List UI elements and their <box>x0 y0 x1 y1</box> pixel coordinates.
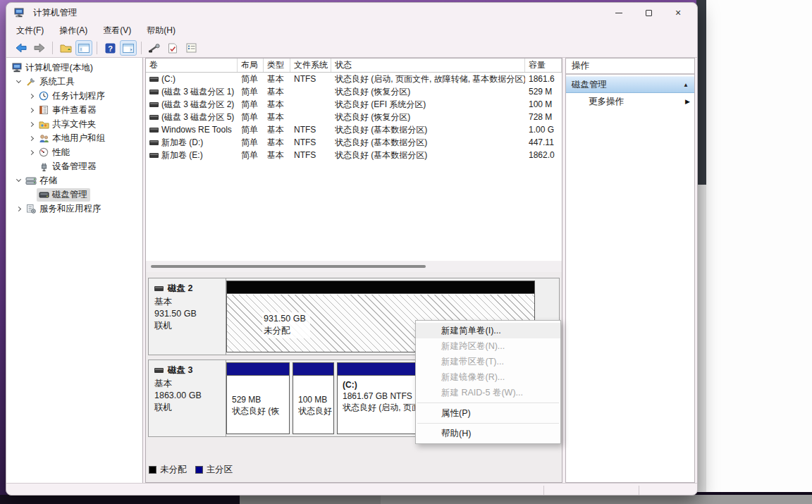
volume-layout: 简单 <box>238 149 264 161</box>
title-bar[interactable]: 计算机管理 × <box>6 3 697 23</box>
volume-fs: NTFS <box>290 74 331 84</box>
more-actions-item[interactable]: 更多操作 ▶ <box>566 93 694 110</box>
volume-name: (磁盘 3 磁盘分区 1) <box>161 86 234 98</box>
volume-list: 卷 布局 类型 文件系统 状态 容量 (C:) 简单 基本 NTFS 状态良好 … <box>146 59 562 261</box>
tree-item-device-manager[interactable]: 设备管理器 <box>6 159 142 173</box>
volume-row[interactable]: (磁盘 3 磁盘分区 5) 简单 基本 状态良好 (恢复分区) 728 M <box>146 111 562 123</box>
volume-row[interactable]: Windows RE Tools 简单 基本 NTFS 状态良好 (基本数据分区… <box>146 123 562 136</box>
volume-status: 状态良好 (EFI 系统分区) <box>331 99 525 111</box>
volume-name: (磁盘 3 磁盘分区 5) <box>161 111 234 123</box>
volume-name: 新加卷 (E:) <box>161 149 203 161</box>
tree-item-services-applications[interactable]: 服务和应用程序 <box>6 202 142 216</box>
menu-item-properties[interactable]: 属性(P) <box>416 405 560 421</box>
volume-name: (C:) <box>161 74 176 84</box>
tree-item-local-users-groups[interactable]: 本地用户和组 <box>6 131 142 145</box>
chevron-down-icon[interactable] <box>13 176 24 186</box>
menu-item-new-simple-volume[interactable]: 新建简单卷(I)... <box>416 323 560 338</box>
tree-item-storage[interactable]: 存储 <box>6 173 142 188</box>
legend-label: 主分区 <box>207 464 233 476</box>
menu-file[interactable]: 文件(F) <box>16 25 44 37</box>
menu-item-new-spanned-volume: 新建跨区卷(N)... <box>416 338 560 354</box>
scrollbar-thumb[interactable] <box>151 265 426 268</box>
column-header-filesystem[interactable]: 文件系统 <box>290 59 331 72</box>
console-tree: 计算机管理(本地) 系统工具 任务计划程序 事件查看器 <box>6 58 143 483</box>
chevron-down-icon[interactable] <box>13 77 24 87</box>
toolbar-separator <box>141 42 142 54</box>
volume-row[interactable]: (磁盘 3 磁盘分区 1) 简单 基本 状态良好 (恢复分区) 529 M <box>146 85 562 98</box>
partition-size: 100 MB <box>298 394 333 405</box>
volume-icon <box>149 128 159 133</box>
tree-root-computer-management[interactable]: 计算机管理(本地) <box>6 61 142 75</box>
disk-tools-button[interactable] <box>146 40 163 56</box>
disk-name: 磁盘 2 <box>168 283 192 295</box>
tree-item-performance[interactable]: 性能 <box>6 145 142 159</box>
properties-button[interactable] <box>183 40 199 56</box>
volume-row[interactable]: 新加卷 (E:) 简单 基本 NTFS 状态良好 (基本数据分区) 1862.0 <box>146 149 562 161</box>
disk3-header-card[interactable]: 磁盘 3 基本 1863.00 GB 联机 <box>149 360 226 436</box>
check-document-button[interactable] <box>164 40 181 56</box>
volume-fs: NTFS <box>290 125 331 135</box>
volume-icon <box>149 77 159 82</box>
volume-icon <box>149 140 159 145</box>
column-header-capacity[interactable]: 容量 <box>525 59 562 72</box>
forward-icon <box>33 43 46 53</box>
tree-label: 任务计划程序 <box>52 90 105 102</box>
volume-row[interactable]: (C:) 简单 基本 NTFS 状态良好 (启动, 页面文件, 故障转储, 基本… <box>146 73 562 85</box>
close-button[interactable]: × <box>663 3 693 23</box>
disk-icon <box>154 286 164 291</box>
minimize-button[interactable] <box>604 3 634 23</box>
column-header-layout[interactable]: 布局 <box>238 59 264 72</box>
close-icon: × <box>675 8 681 18</box>
menu-action[interactable]: 操作(A) <box>59 25 87 37</box>
horizontal-scrollbar[interactable] <box>146 261 562 272</box>
action-pane-icon <box>123 44 134 53</box>
tree-label: 服务和应用程序 <box>39 203 102 215</box>
tree-item-system-tools[interactable]: 系统工具 <box>6 75 142 89</box>
volume-row[interactable]: (磁盘 3 磁盘分区 2) 简单 基本 状态良好 (EFI 系统分区) 100 … <box>146 98 562 111</box>
volume-row[interactable]: 新加卷 (D:) 简单 基本 NTFS 状态良好 (基本数据分区) 447.11 <box>146 136 562 149</box>
volume-capacity: 1.00 G <box>525 125 562 135</box>
menu-item-help[interactable]: 帮助(H) <box>416 426 560 441</box>
efi-partition[interactable]: 100 MB 状态良好 <box>293 362 334 434</box>
column-header-volume[interactable]: 卷 <box>146 59 238 72</box>
forward-button[interactable] <box>31 40 48 56</box>
status-bar <box>6 483 697 496</box>
tree-item-shared-folders[interactable]: 共享文件夹 <box>6 117 142 131</box>
column-header-status[interactable]: 状态 <box>331 59 525 72</box>
legend-label: 未分配 <box>160 464 187 476</box>
performance-icon <box>38 147 49 158</box>
tree-item-event-viewer[interactable]: 事件查看器 <box>6 103 142 117</box>
computer-management-window: 计算机管理 × 文件(F) 操作(A) 查看(V) 帮助(H) ? <box>6 2 698 496</box>
computer-icon <box>11 63 23 73</box>
chevron-right-icon[interactable] <box>26 91 37 102</box>
tree-label: 系统工具 <box>39 76 75 88</box>
maximize-button[interactable] <box>634 3 663 23</box>
recovery-partition[interactable]: 529 MB 状态良好 (恢 <box>226 362 290 434</box>
chevron-right-icon[interactable] <box>13 204 24 214</box>
volume-icon <box>149 115 159 120</box>
context-menu: 新建简单卷(I)... 新建跨区卷(N)... 新建带区卷(T)... 新建镜像… <box>415 320 561 444</box>
console-tree-toggle[interactable] <box>75 40 92 56</box>
volume-type: 基本 <box>264 111 290 123</box>
back-button[interactable] <box>13 40 30 56</box>
up-folder-button[interactable] <box>57 40 74 56</box>
chevron-right-icon[interactable] <box>26 133 37 144</box>
tree-item-task-scheduler[interactable]: 任务计划程序 <box>6 89 142 103</box>
background-gray-strip <box>696 185 706 492</box>
toolbar-separator <box>52 42 53 54</box>
column-header-type[interactable]: 类型 <box>264 59 290 72</box>
chevron-right-icon[interactable] <box>26 105 37 116</box>
menu-help[interactable]: 帮助(H) <box>147 25 176 37</box>
tree-item-disk-management[interactable]: 磁盘管理 <box>6 188 142 202</box>
disk2-header-card[interactable]: 磁盘 2 基本 931.50 GB 联机 <box>149 278 226 355</box>
help-button[interactable]: ? <box>102 40 118 56</box>
chevron-right-icon[interactable] <box>26 119 37 130</box>
collapse-caret-icon[interactable]: ▲ <box>683 82 689 88</box>
tree-label: 性能 <box>52 147 70 159</box>
toolbar-separator <box>97 42 97 54</box>
menu-view[interactable]: 查看(V) <box>103 25 131 37</box>
actions-section-disk-management[interactable]: 磁盘管理 ▲ <box>566 76 694 93</box>
action-pane-toggle[interactable] <box>120 40 137 56</box>
partition-status: 状态良好 (恢 <box>232 405 289 417</box>
chevron-right-icon[interactable] <box>26 147 37 158</box>
